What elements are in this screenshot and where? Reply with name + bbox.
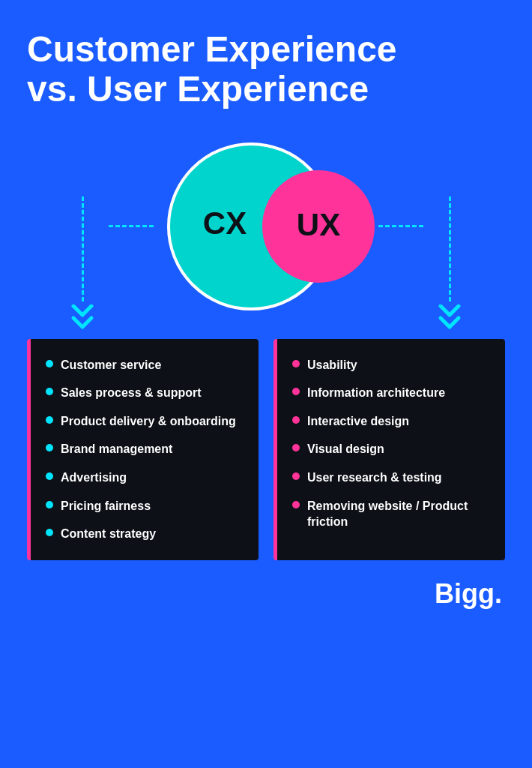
left-dashed-line	[82, 196, 84, 302]
ux-item-3: Interactive design	[307, 413, 409, 430]
svg-text:CX: CX	[203, 206, 247, 241]
bullet-dot-icon	[46, 472, 53, 480]
left-chevron-icon	[67, 304, 97, 332]
page-container: Customer Experiencevs. User Experience C…	[0, 0, 532, 768]
ux-bullet-list: Usability Information architecture Inter…	[292, 357, 490, 530]
bullet-dot-icon	[46, 529, 53, 536]
bullet-dot-icon	[46, 388, 53, 395]
cx-bullet-list: Customer service Sales process & support…	[46, 357, 244, 542]
venn-diagram: CX UX	[154, 136, 378, 316]
list-item: Pricing fairness	[46, 498, 244, 514]
bullet-dot-icon	[292, 388, 300, 395]
list-item: Content strategy	[46, 526, 244, 542]
bullet-dot-icon	[46, 501, 53, 508]
cx-item-2: Sales process & support	[61, 385, 202, 401]
bullet-dot-icon	[46, 416, 53, 424]
list-item: Advertising	[46, 470, 244, 486]
list-item: Visual design	[292, 441, 490, 458]
right-chevron-icon	[435, 304, 465, 332]
cx-item-7: Content strategy	[61, 526, 156, 542]
cx-item-3: Product delivery & onboarding	[61, 413, 236, 430]
list-item: Product delivery & onboarding	[46, 413, 244, 430]
ux-item-1: Usability	[307, 357, 357, 374]
diagram-section: CX UX	[27, 136, 505, 332]
left-arrow-column	[56, 136, 109, 332]
right-arrow-column	[423, 136, 476, 332]
venn-wrapper: CX UX	[109, 136, 423, 316]
cx-item-6: Pricing fairness	[61, 498, 151, 514]
ux-item-2: Information architecture	[307, 385, 445, 401]
cx-content-box: Customer service Sales process & support…	[27, 339, 259, 560]
left-h-dashed	[109, 225, 154, 227]
list-item: Sales process & support	[46, 385, 244, 401]
ux-item-6: Removing website / Product friction	[307, 498, 490, 530]
bullet-dot-icon	[292, 501, 300, 508]
list-item: Brand management	[46, 441, 244, 458]
logo-area: Bigg.	[27, 578, 505, 610]
content-row: Customer service Sales process & support…	[27, 339, 505, 560]
right-dashed-line	[449, 196, 451, 302]
cx-item-1: Customer service	[61, 357, 161, 374]
cx-item-5: Advertising	[61, 470, 127, 486]
list-item: Customer service	[46, 357, 244, 374]
list-item: Removing website / Product friction	[292, 498, 490, 530]
right-h-dashed	[378, 225, 423, 227]
list-item: Information architecture	[292, 385, 490, 401]
cx-item-4: Brand management	[61, 441, 172, 458]
bullet-dot-icon	[292, 444, 300, 452]
list-item: Interactive design	[292, 413, 490, 430]
list-item: Usability	[292, 357, 490, 374]
bullet-dot-icon	[292, 360, 300, 368]
bullet-dot-icon	[292, 472, 300, 480]
page-title: Customer Experiencevs. User Experience	[27, 30, 505, 110]
bullet-dot-icon	[46, 360, 53, 368]
ux-item-5: User research & testing	[307, 470, 442, 486]
svg-text:UX: UX	[297, 207, 340, 242]
bullet-dot-icon	[292, 416, 300, 424]
ux-content-box: Usability Information architecture Inter…	[273, 339, 505, 560]
list-item: User research & testing	[292, 470, 490, 486]
ux-item-4: Visual design	[307, 441, 384, 458]
brand-logo: Bigg.	[435, 578, 502, 609]
bullet-dot-icon	[46, 444, 53, 452]
